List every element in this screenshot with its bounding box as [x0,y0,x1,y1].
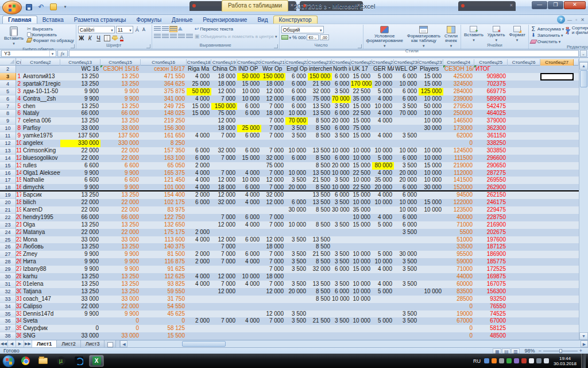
cell-s1617-r6[interactable]: 341 000 [141,95,187,103]
cell-wc16-r6[interactable]: 9 900 [60,95,100,103]
cell-wc16-r4[interactable]: 13 250 [60,80,100,88]
cell-sezon-r5[interactable]: 284000 [443,88,474,95]
cell-ind-r30[interactable]: 10 000 [237,273,261,281]
cell-china-r11[interactable]: 7 000 [211,132,237,140]
cell-players-r21[interactable]: 10 000 [419,206,443,214]
cell-riga-r18[interactable]: 4 000 [187,184,211,190]
cell-uk-r15[interactable]: 15 000 [351,162,372,170]
cell-wel-r21[interactable]: 10 000 [394,206,419,214]
insert-worksheet-tab[interactable] [105,340,116,347]
col-title-players[interactable]: Players [419,66,443,73]
row-header-21[interactable]: 21 [0,206,16,214]
cell-engl-r20[interactable]: 6 000 [285,199,308,206]
start-button[interactable] [2,355,15,367]
copy-button[interactable]: Копировать [27,32,74,37]
cell-s1516-r9[interactable]: 13 250 [100,117,141,125]
cell-s1617-r13[interactable]: 157 350 [141,147,187,155]
cell-c26-r22[interactable] [508,214,540,221]
select-all-corner[interactable] [0,58,16,65]
scroll-down-icon[interactable]: ▼ [579,332,588,340]
cell-c26-r21[interactable] [508,206,540,214]
cell-itog-r14[interactable]: 296600 [474,155,508,162]
cell-c26-r29[interactable] [508,266,540,273]
page-layout-view-icon[interactable]: ▤ [502,348,510,354]
cell-s1516-r31[interactable]: 13 250 [100,281,141,288]
cell-ind-r33[interactable] [237,296,261,303]
taskbar-excel-button[interactable]: X [89,355,104,367]
cell-north-r10[interactable]: 6 000 [332,125,351,132]
cell-s1516-r21[interactable]: 22 000 [100,206,141,214]
cell-inter-r25[interactable]: 13 500 [308,236,332,244]
qat-dropdown-button[interactable]: ▾ [60,3,70,12]
cell-uk-r22[interactable]: 10 000 [351,214,372,221]
cell-ger-r27[interactable]: 5 000 [372,251,394,258]
cell-wc16-r23[interactable]: 13 250 [60,221,100,229]
cell-c27-r20[interactable] [540,199,574,206]
cell-s1617-r12[interactable]: 8 250 [141,140,187,147]
row-header-5[interactable]: 5 [0,88,16,95]
cell-china-r37[interactable] [211,325,237,332]
cell-riga-r33[interactable] [187,296,211,303]
cell-rank-r3[interactable]: 1 [16,73,21,80]
cell-c27-r24[interactable] [540,229,574,236]
cell-wel-r23[interactable]: 6 000 [394,221,419,229]
cell-s1617-r35[interactable]: 45 625 [141,310,187,318]
cell-rank-r38[interactable]: 36 [16,332,21,340]
cell-rank-r20[interactable]: 18 [16,199,21,206]
cell-wor-r36[interactable]: 7 000 [261,317,285,325]
cell-c26-r30[interactable] [508,273,540,281]
cell-north-r24[interactable] [332,229,351,236]
cell-uk-r28[interactable]: 10 000 [351,258,372,266]
cell-rank-r22[interactable]: 20 [16,214,21,221]
cell-wor-r13[interactable]: 7 000 [261,147,285,155]
cell-china-r17[interactable]: 12 000 [211,177,237,184]
cell-inter-r37[interactable] [308,325,332,332]
cell-players-r12[interactable] [419,140,443,147]
cell-s1617-r10[interactable]: 156 300 [141,125,187,132]
cell-engl-r24[interactable] [285,229,308,236]
cell-rank-r29[interactable]: 27 [16,266,21,273]
cell-riga-r3[interactable]: 4 000 [187,73,211,80]
cell-s1617-r14[interactable]: 163 100 [141,155,187,162]
cell-name-r28[interactable]: Нита [21,258,60,266]
cell-itog-r16[interactable]: 287275 [474,170,508,177]
cell-ger-r11[interactable]: 4 000 [372,132,394,140]
cell-players-r14[interactable]: 10 000 [419,155,443,162]
cell-wel-r16[interactable]: 20 000 [394,170,419,177]
cell-sezon-r25[interactable]: 51000 [443,236,474,244]
cell-c26-r11[interactable] [508,132,540,140]
cell-riga-r37[interactable] [187,325,211,332]
cell-wel-r6[interactable]: 6 000 [394,95,419,103]
cell-engl-r31[interactable]: 3 500 [285,281,308,288]
cell-c27-r16[interactable] [540,170,574,177]
cell-ind-r13[interactable]: 6 000 [237,147,261,155]
cell-s1617-r31[interactable]: 93 825 [141,281,187,288]
row-header-36[interactable]: 36 [0,317,16,325]
ribbon-tab-7[interactable]: Вид [252,16,273,24]
save-button[interactable] [24,3,34,12]
cell-rank-r17[interactable]: 15 [16,177,21,184]
cell-wc16-r16[interactable]: 9 900 [60,170,100,177]
cell-inter-r8[interactable]: 13 500 [308,110,332,117]
cell-players-r7[interactable]: 50 000 [419,103,443,110]
increase-indent-icon[interactable] [186,34,193,39]
cell-wel-r8[interactable]: 70 000 [394,110,419,117]
page-break-view-icon[interactable]: ▥ [511,348,520,354]
cell-c26-r9[interactable] [508,117,540,125]
cell-sezon-r38[interactable]: 0 [443,332,474,340]
cell-wor-r20[interactable]: 12 000 [261,199,285,206]
cell-wc16-r5[interactable]: 9 900 [60,88,100,95]
number-format-select[interactable]: Общий [281,26,324,33]
decrease-decimal-button[interactable]: ,00 [320,34,329,40]
cell-itog-r31[interactable]: 167075 [474,281,508,288]
cell-north-r16[interactable]: 10 000 [332,170,351,177]
cell-name-r6[interactable]: Contra__2sh [21,95,60,103]
cell-rank-r23[interactable]: 21 [16,221,21,229]
zoom-slider-knob[interactable] [559,349,562,353]
cell-inter-r20[interactable]: 13 500 [308,199,332,206]
cell-players-r35[interactable] [419,310,443,318]
cell-riga-r36[interactable]: 2 000 [187,317,211,325]
cell-itog-r35[interactable]: 74525 [474,310,508,318]
cell-engl-r7[interactable]: 6 000 [285,103,308,110]
cell-uk-r27[interactable]: 10 000 [351,251,372,258]
